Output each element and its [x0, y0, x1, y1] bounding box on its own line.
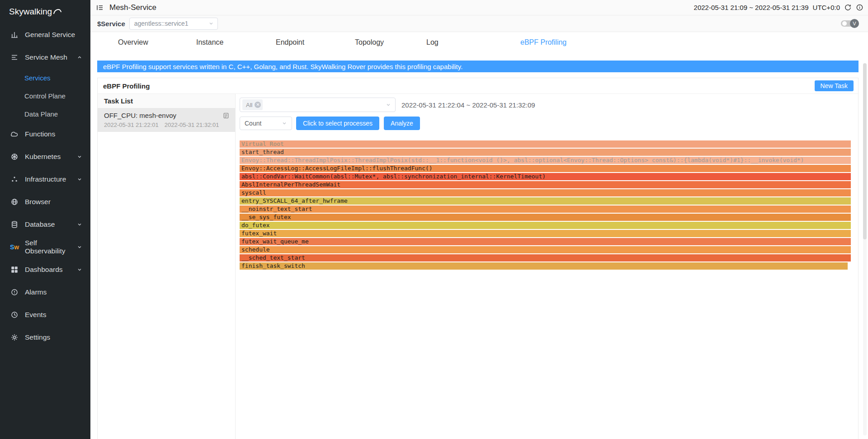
- process-filter-select[interactable]: All ✕: [240, 98, 396, 112]
- tab-instance[interactable]: Instance: [196, 38, 223, 47]
- alarm-icon: [10, 288, 19, 296]
- scrollbar-thumb[interactable]: [863, 63, 867, 239]
- sidebar-item-dashboards[interactable]: Dashboards: [0, 258, 90, 281]
- main-area: Mesh-Service 2022-05-31 21:09 ~ 2022-05-…: [90, 0, 868, 439]
- task-start-time: 2022-05-31 21:22:01: [104, 121, 159, 128]
- service-select[interactable]: agentless::service1: [129, 18, 218, 30]
- aggregate-type-value: Count: [245, 120, 261, 127]
- process-filter-tag[interactable]: All ✕: [242, 99, 263, 110]
- sidebar-item-functions[interactable]: Functions: [0, 123, 90, 145]
- toggle-knob: [842, 21, 847, 26]
- sidebar-item-label: Functions: [25, 130, 55, 138]
- sidebar-item-control-plane[interactable]: Control Plane: [0, 87, 90, 105]
- select-processes-button[interactable]: Click to select processes: [296, 117, 379, 130]
- flame-frame[interactable]: Envoy::AccessLog::AccessLogFileImpl::flu…: [240, 165, 851, 172]
- flame-frame[interactable]: __noinstr_text_start: [240, 205, 851, 213]
- sw-icon-w: w: [14, 243, 19, 251]
- flame-frame[interactable]: entry_SYSCALL_64_after_hwframe: [240, 197, 851, 205]
- new-task-button[interactable]: New Task: [815, 80, 854, 91]
- dots-icon: [10, 175, 19, 183]
- task-list-title: Task List: [98, 94, 235, 108]
- sidebar-item-data-plane[interactable]: Data Plane: [0, 105, 90, 123]
- sidebar-item-label: Browser: [25, 198, 51, 206]
- sidebar-item-database[interactable]: Database: [0, 213, 90, 236]
- task-end-time: 2022-05-31 21:32:01: [165, 121, 219, 128]
- sidebar-item-label: Database: [25, 220, 55, 229]
- sidebar-item-label: Data Plane: [24, 110, 58, 118]
- chevron-down-icon: [282, 121, 287, 126]
- flame-frame[interactable]: futex_wait_queue_me: [240, 238, 851, 245]
- sidebar-item-label: Settings: [25, 333, 50, 341]
- tag-close-icon[interactable]: ✕: [255, 102, 261, 108]
- analyze-button[interactable]: Analyze: [384, 117, 420, 130]
- tab-topology[interactable]: Topology: [355, 38, 384, 47]
- sidebar-item-alarms[interactable]: Alarms: [0, 281, 90, 304]
- version-toggle[interactable]: V: [841, 19, 859, 28]
- chevron-up-icon: [77, 55, 82, 60]
- bar-chart-icon: [10, 31, 19, 39]
- tab-overview[interactable]: Overview: [118, 38, 148, 47]
- flame-frame[interactable]: Envoy::Thread::ThreadImplPosix::ThreadIm…: [240, 157, 851, 164]
- globe-icon: [10, 198, 19, 206]
- sidebar-item-services[interactable]: Services: [0, 69, 90, 87]
- service-label: $Service: [97, 20, 125, 28]
- header-time-range[interactable]: 2022-05-31 21:09 ~ 2022-05-31 21:39: [694, 4, 809, 11]
- info-icon[interactable]: [856, 4, 863, 11]
- skywalking-sw-icon: Sw: [10, 243, 19, 251]
- vertical-scrollbar[interactable]: [863, 63, 867, 435]
- tab-endpoint[interactable]: Endpoint: [276, 38, 304, 47]
- sidebar-item-label: Control Plane: [24, 92, 66, 100]
- chevron-down-icon: [386, 102, 391, 107]
- sidebar-item-service-mesh[interactable]: Service Mesh: [0, 46, 90, 69]
- page-title: Mesh-Service: [109, 3, 156, 12]
- ebpf-profiling-panel: eBPF Profiling New Task Task List OFF_CP…: [97, 78, 859, 439]
- database-icon: [10, 220, 19, 229]
- task-name: OFF_CPU: mesh-envoy: [104, 112, 176, 119]
- flame-frame[interactable]: schedule: [240, 246, 851, 253]
- flame-frame[interactable]: start_thread: [240, 149, 851, 156]
- sidebar-item-label: Self Observability: [25, 239, 77, 255]
- task-list-item[interactable]: OFF_CPU: mesh-envoy 2022-05-31 21:22:01 …: [98, 108, 235, 132]
- flame-frame[interactable]: __se_sys_futex: [240, 214, 851, 221]
- flame-frame[interactable]: do_futex: [240, 222, 851, 229]
- sidebar-item-label: Service Mesh: [25, 53, 67, 61]
- analysis-time-range: 2022-05-31 21:22:04 ~ 2022-05-31 21:32:0…: [401, 101, 535, 109]
- panel-header: eBPF Profiling New Task: [98, 78, 858, 94]
- clock-icon: [10, 311, 19, 319]
- flame-frame[interactable]: __sched_text_start: [240, 254, 851, 262]
- chevron-down-icon: [77, 222, 82, 227]
- sidebar-item-label: Services: [24, 74, 51, 82]
- tag-label: All: [246, 102, 252, 108]
- flame-frame[interactable]: syscall: [240, 189, 851, 196]
- tabs-bar: Overview Instance Endpoint Topology Log …: [90, 32, 868, 53]
- toggle-version-badge: V: [850, 19, 859, 28]
- sidebar-item-kubernetes[interactable]: Kubernetes: [0, 145, 90, 168]
- flame-frame[interactable]: futex_wait: [240, 230, 851, 237]
- header-timezone[interactable]: UTC+0:0: [813, 4, 840, 11]
- flame-frame[interactable]: finish_task_switch: [240, 262, 848, 270]
- sidebar-item-general-service[interactable]: General Service: [0, 23, 90, 46]
- flame-frame[interactable]: Virtual Root: [240, 140, 851, 148]
- chevron-down-icon: [208, 21, 214, 26]
- gear-icon: [10, 333, 19, 341]
- flame-frame[interactable]: absl::CondVar::WaitCommon(absl::Mutex*, …: [240, 173, 851, 180]
- app-logo[interactable]: Skywalking: [0, 0, 90, 23]
- flame-frame[interactable]: AbslInternalPerThreadSemWait: [240, 181, 851, 188]
- sidebar-item-self-observability[interactable]: Sw Self Observability: [0, 236, 90, 258]
- sidebar-item-label: Dashboards: [25, 266, 63, 274]
- collapse-sidebar-icon[interactable]: [96, 4, 104, 12]
- aggregate-type-select[interactable]: Count: [240, 117, 292, 130]
- tab-ebpf-profiling[interactable]: eBPF Profiling: [520, 38, 566, 47]
- chevron-down-icon: [77, 244, 82, 250]
- sidebar-item-browser[interactable]: Browser: [0, 191, 90, 213]
- analysis-area: All ✕ 2022-05-31 21:22:04 ~ 2022-05-31 2…: [236, 94, 858, 439]
- tab-log[interactable]: Log: [426, 38, 439, 47]
- service-mesh-icon: [10, 53, 19, 61]
- service-select-value: agentless::service1: [134, 20, 189, 27]
- refresh-icon[interactable]: [844, 4, 852, 11]
- sidebar-item-events[interactable]: Events: [0, 304, 90, 326]
- sidebar-item-settings[interactable]: Settings: [0, 326, 90, 349]
- task-log-icon[interactable]: [222, 112, 230, 119]
- chevron-down-icon: [77, 154, 82, 159]
- sidebar-item-infrastructure[interactable]: Infrastructure: [0, 168, 90, 191]
